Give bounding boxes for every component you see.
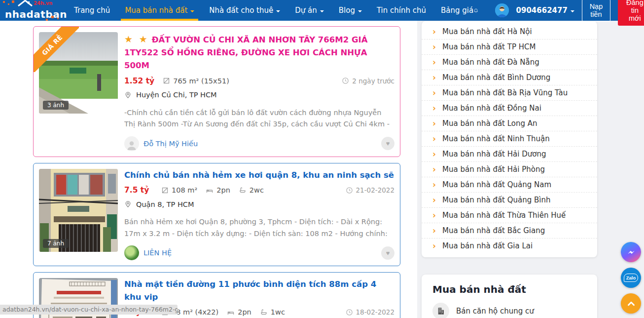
chevron-right-icon: ›	[432, 104, 436, 113]
star-rating-icon: ★ ★	[124, 34, 149, 44]
author-name-link[interactable]: LIÊN HỆ	[143, 249, 172, 257]
sidebar-link-ha-noi[interactable]: ›Mua bán nhà đất Hà Nội	[422, 24, 597, 40]
listing-card[interactable]: 7 ảnh Chính chủ bán nhà hẻm xe hơi quận …	[33, 163, 400, 267]
listing-photo[interactable]: 3 ảnh	[39, 32, 118, 114]
listing-card[interactable]: 3 ảnh GIÁ RẺ ★ ★ĐẤT VƯỜN CỦ CHI XÃ AN NH…	[33, 26, 400, 157]
listing-title[interactable]: ★ ★ĐẤT VƯỜN CỦ CHI XÃ AN NHƠN TÂY 766M2 …	[124, 32, 394, 72]
sidebar-link-bac-giang[interactable]: ›Mua bán nhà đất Bắc Giang	[422, 223, 597, 238]
navbar-right-cluster: 0904662477 Nạp tiền Đăng tin mới	[473, 0, 644, 26]
chevron-right-icon: ›	[432, 43, 436, 51]
chevron-right-icon: ›	[432, 196, 436, 204]
author-name-link[interactable]: Đỗ Thị Mỹ Hiếu	[143, 140, 198, 148]
sidebar-link-label: Mua bán nhà đất Bình Dương	[442, 73, 550, 82]
nav-item-trang-chu[interactable]: Trang chủ	[74, 0, 110, 21]
favorite-button[interactable]: ♥	[381, 246, 394, 260]
bell-icon[interactable]	[473, 5, 478, 16]
chevron-right-icon: ›	[432, 242, 436, 250]
chevron-right-icon: ›	[432, 74, 436, 82]
logo-speckle	[12, 0, 14, 3]
listing-author-row: Đỗ Thị Mỹ Hiếu ♥	[124, 136, 394, 151]
nav-item-label: Dự án	[295, 6, 317, 15]
chevron-down-icon	[190, 10, 194, 12]
listing-location: Quận 8, TP HCM	[124, 200, 394, 208]
listing-photo[interactable]: 7 ảnh	[39, 169, 118, 252]
sidebar-link-label: Mua bán nhà đất TP HCM	[442, 42, 536, 51]
listing-content: Chính chủ bán nhà hẻm xe hơi quận 8, khu…	[123, 169, 394, 261]
browser-status-url: adatban24h.vn/dat-vuon-cu-chi-xa-an-nhon…	[0, 305, 178, 315]
sidebar-link-ninh-thuan[interactable]: ›Mua bán nhà đất Ninh Thuận	[422, 131, 597, 147]
listing-location-text: Huyện Củ Chi, TP HCM	[136, 91, 217, 99]
site-logo[interactable]: nhadatban 24h.vn	[0, 0, 66, 22]
listing-baths-text: 2wc	[250, 186, 264, 194]
sidebar-link-label: Mua bán nhà đất Gia Lai	[442, 241, 533, 250]
clock-icon	[346, 309, 353, 316]
sidebar-link-dong-nai[interactable]: ›Mua bán nhà đất Đồng Nai	[422, 101, 597, 116]
heart-icon: ♥	[386, 140, 390, 147]
sidebar-link-gia-lai[interactable]: ›Mua bán nhà đất Gia Lai	[422, 238, 597, 253]
sidebar-link-ba-ria-vung-tau[interactable]: ›Mua bán nhà đất Bà Rịa Vũng Tàu	[422, 85, 597, 101]
sidebar-link-da-nang[interactable]: ›Mua bán nhà đất Đà Nẵng	[422, 55, 597, 70]
account-phone-dropdown[interactable]: 0904662477	[516, 6, 574, 15]
listing-time: 21-02-2022	[346, 186, 394, 194]
account-phone: 0904662477	[516, 6, 568, 15]
nav-item-bang-gia[interactable]: Bảng giá	[441, 0, 473, 21]
sidebar-link-tp-hcm[interactable]: ›Mua bán nhà đất TP HCM	[422, 40, 597, 55]
zalo-logo-text: Zalo	[624, 274, 639, 282]
chevron-down-icon	[276, 10, 280, 12]
sidebar-link-quang-nam[interactable]: ›Mua bán nhà đất Quảng Nam	[422, 177, 597, 193]
listing-time-text: 18-02-2022	[356, 308, 394, 316]
sidebar-link-label: Mua bán nhà đất Quảng Bình	[442, 196, 551, 204]
sidebar-link-label: Mua bán nhà đất Đồng Nai	[442, 104, 541, 113]
chevron-right-icon: ›	[432, 227, 436, 235]
category-item-ban-can-ho-chung-cu[interactable]: Bán căn hộ chung cư	[432, 303, 586, 318]
bed-icon	[206, 187, 214, 194]
sidebar-link-binh-duong[interactable]: ›Mua bán nhà đất Bình Dương	[422, 70, 597, 85]
listing-title[interactable]: Nhà mặt tiền đường 11 phước bình diện tí…	[124, 278, 394, 303]
logo-speckle	[46, 19, 48, 21]
map-pin-icon	[124, 200, 132, 208]
sidebar-link-label: Mua bán nhà đất Long An	[442, 119, 537, 128]
nav-item-nha-dat-cho-thue[interactable]: Nhà đất cho thuê	[209, 0, 280, 21]
logo-suffix-text: 24h.vn	[34, 0, 52, 6]
chevron-right-icon: ›	[432, 58, 436, 67]
region-links-card: ›Mua bán nhà đất Hà Nội ›Mua bán nhà đất…	[422, 21, 597, 257]
sidebar-link-thua-thien-hue[interactable]: ›Mua bán nhà đất Thừa Thiên Huế	[422, 208, 597, 223]
chevron-right-icon: ›	[432, 135, 436, 143]
topup-button[interactable]: Nạp tiền	[582, 0, 610, 22]
top-navbar: nhadatban 24h.vn Trang chủ Mua bán nhà đ…	[0, 0, 644, 21]
sidebar-link-quang-binh[interactable]: ›Mua bán nhà đất Quảng Bình	[422, 193, 597, 208]
listing-location: Huyện Củ Chi, TP HCM	[124, 91, 394, 99]
listing-title-text: ĐẤT VƯỜN CỦ CHI XÃ AN NHƠN TÂY 766M2 GIÁ…	[124, 35, 367, 70]
chevron-right-icon: ›	[432, 181, 436, 189]
scroll-to-top-button[interactable]	[621, 293, 641, 314]
house-roof-icon	[17, 0, 34, 6]
listing-description: -Chính chủ cần tiền cắt lỗ gửi bán lô đấ…	[124, 107, 394, 131]
listing-baths-text: 1wc	[271, 308, 285, 316]
nav-item-mua-ban-nha-dat[interactable]: Mua bán nhà đất	[125, 0, 194, 21]
photo-count-badge: 7 ảnh	[43, 239, 69, 248]
building-icon	[432, 303, 449, 318]
listing-author-row: LIÊN HỆ ♥	[124, 245, 394, 260]
sidebar-link-long-an[interactable]: ›Mua bán nhà đất Long An	[422, 116, 597, 131]
listing-meta-row: 7.5 tỷ 108 m² 2pn 2wc 21-02-2022	[124, 186, 394, 195]
favorite-button[interactable]: ♥	[381, 137, 394, 150]
sidebar-link-label: Mua bán nhà đất Đà Nẵng	[442, 58, 539, 67]
nav-item-du-an[interactable]: Dự án	[295, 0, 324, 21]
messenger-button[interactable]	[621, 242, 641, 262]
post-listing-button[interactable]: Đăng tin mới	[618, 0, 644, 26]
area-icon	[163, 77, 170, 84]
nav-item-tin-chinh-chu[interactable]: Tin chính chủ	[377, 0, 426, 21]
chevron-right-icon: ›	[432, 89, 436, 97]
zalo-button[interactable]: Zalo	[621, 268, 641, 288]
chevron-right-icon: ›	[432, 165, 436, 174]
sidebar-link-hai-duong[interactable]: ›Mua bán nhà đất Hải Dương	[422, 147, 597, 162]
listing-title[interactable]: Chính chủ bán nhà hẻm xe hơi quận 8, khu…	[124, 169, 394, 182]
logo-speckle	[57, 18, 59, 19]
listings-column: 3 ảnh GIÁ RẺ ★ ★ĐẤT VƯỜN CỦ CHI XÃ AN NH…	[33, 26, 400, 318]
sidebar-link-hai-phong[interactable]: ›Mua bán nhà đất Hải Phòng	[422, 162, 597, 177]
chevron-right-icon: ›	[432, 28, 436, 36]
nav-item-blog[interactable]: Blog	[339, 0, 362, 21]
user-avatar[interactable]	[495, 3, 509, 17]
author-avatar	[124, 245, 139, 260]
listing-time-text: 2 ngày trước	[352, 77, 394, 85]
